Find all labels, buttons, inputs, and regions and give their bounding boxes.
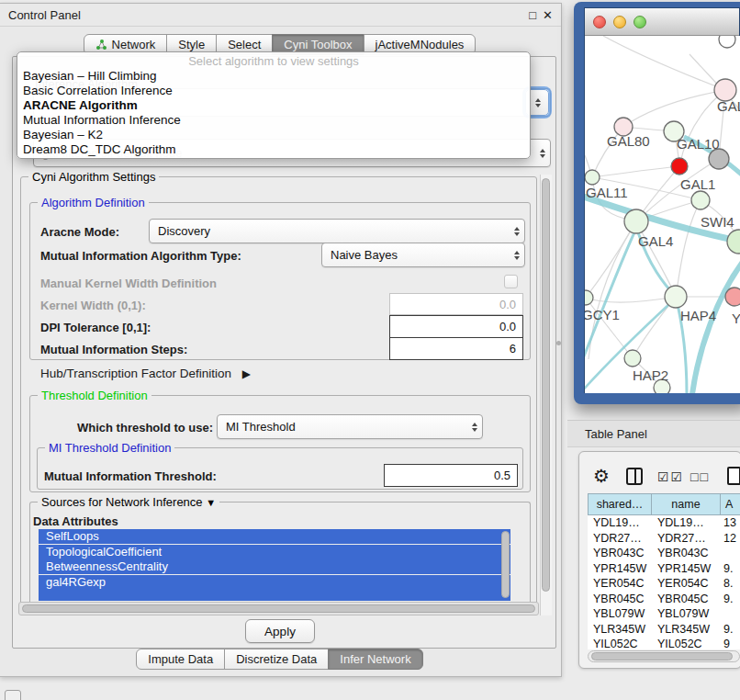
list-item[interactable]: TopologicalCoefficient: [39, 545, 510, 559]
select-all-checkboxes-icon[interactable]: ☑☑: [657, 469, 684, 484]
which-threshold-combobox[interactable]: MI Threshold: [217, 414, 483, 439]
node-gal1[interactable]: [691, 191, 710, 209]
column-header-label: shared…: [597, 498, 644, 511]
node-hap4[interactable]: [665, 286, 687, 308]
tab-impute-data-label: Impute Data: [148, 652, 213, 666]
dropdown-item[interactable]: Basic Correlation Inference: [17, 84, 530, 98]
cell: [723, 606, 740, 622]
minimized-panel-grip[interactable]: [5, 690, 21, 700]
table-row[interactable]: YLR345WYLR345W9.: [588, 622, 740, 638]
node-red[interactable]: [671, 158, 688, 175]
panel-title: Control Panel: [8, 8, 522, 22]
table-row[interactable]: YBL079WYBL079W: [588, 606, 740, 622]
mi-algorithm-type-combobox[interactable]: Naive Bayes: [321, 243, 525, 267]
mi-threshold-field[interactable]: 0.5: [384, 464, 518, 487]
tab-style-label: Style: [178, 38, 205, 51]
apply-button[interactable]: Apply: [245, 619, 315, 643]
sources-group-title[interactable]: Sources for Network Inference ▼: [38, 495, 219, 509]
tab-network-label: Network: [112, 38, 156, 51]
cell: YDR27…: [657, 531, 722, 547]
table-scrollbar-thumb[interactable]: [591, 652, 733, 660]
mi-algorithm-type-value: Naive Bayes: [331, 248, 398, 262]
deselect-all-checkboxes-icon[interactable]: □□: [690, 469, 710, 484]
aracne-mode-value: Discovery: [158, 224, 210, 238]
table-row[interactable]: YIL052CYIL052C9: [588, 637, 740, 649]
cell: YIL052C: [593, 637, 650, 649]
kernel-width-field[interactable]: 0.0: [389, 293, 523, 315]
column-header-name[interactable]: name: [651, 493, 721, 515]
tab-infer-network[interactable]: Infer Network: [328, 649, 422, 670]
column-header-label: name: [671, 498, 700, 511]
minimize-window-button[interactable]: [613, 16, 626, 28]
column-layout-icon[interactable]: [626, 468, 643, 485]
aracne-mode-combobox[interactable]: Discovery: [149, 219, 525, 243]
manual-kernel-width-label: Manual Kernel Width Definition: [40, 277, 217, 290]
dropdown-item[interactable]: Dream8 DC_TDC Algorithm: [17, 142, 530, 157]
node-gal11[interactable]: [585, 170, 600, 185]
tab-impute-data[interactable]: Impute Data: [136, 649, 225, 670]
dpi-tolerance-label: DPI Tolerance [0,1]:: [40, 321, 151, 334]
table-row[interactable]: YBR043CYBR043C: [588, 546, 740, 561]
cell: 13: [723, 515, 740, 531]
panel-splitter-handle[interactable]: [556, 341, 561, 345]
cell: 8.: [723, 576, 740, 592]
column-header-clipped[interactable]: A: [720, 493, 740, 515]
node-gray[interactable]: [709, 149, 729, 169]
table-row[interactable]: YER054CYER054C8.: [588, 576, 740, 592]
node[interactable]: [719, 36, 735, 48]
float-window-icon[interactable]: □: [529, 9, 536, 21]
node-gcy1[interactable]: [585, 290, 593, 305]
mi-threshold-value: 0.5: [494, 469, 510, 482]
table-row[interactable]: YPR145WYPR145W9.: [588, 561, 740, 577]
dropdown-item[interactable]: Bayesian – Hill Climbing: [17, 69, 530, 84]
threshold-definition-title: Threshold Definition: [38, 389, 151, 402]
column-header-shared-name[interactable]: shared…: [588, 493, 652, 515]
tab-jactivemnodules-label: jActiveMNodules: [376, 38, 465, 51]
data-attributes-label: Data Attributes: [33, 514, 118, 528]
gear-icon[interactable]: ⚙: [593, 465, 610, 487]
network-canvas[interactable]: GAL80 GAL10 GAL1 GAL11 GAL4 SWI4 GCY1 HA…: [585, 36, 740, 393]
node-label: GAL11: [586, 185, 628, 200]
node-swi4[interactable]: [727, 230, 740, 254]
cell: 12: [723, 531, 740, 547]
table-row[interactable]: YDR27…YDR27…12: [588, 531, 740, 547]
tab-discretize-data[interactable]: Discretize Data: [224, 649, 329, 670]
dropdown-item[interactable]: Bayesian – K2: [17, 128, 530, 142]
zoom-window-button[interactable]: [633, 16, 646, 28]
node-gal4[interactable]: [624, 209, 648, 233]
manual-kernel-width-checkbox[interactable]: [504, 275, 518, 288]
node-label: GAL4: [638, 233, 673, 249]
screenshot-stage: Control Panel □ ✕ Network Style Select C…: [0, 0, 740, 700]
node-hap2[interactable]: [624, 350, 641, 367]
hub-definition-label: Hub/Transcription Factor Definition: [40, 367, 231, 380]
cell: YDL19…: [593, 515, 650, 531]
horizontal-scrollbar-thumb[interactable]: [22, 604, 535, 613]
node-label: SWI4: [701, 214, 734, 230]
list-item[interactable]: gal4RGexp: [39, 575, 510, 602]
network-window-titlebar[interactable]: [585, 8, 739, 36]
list-item[interactable]: BetweennessCentrality: [39, 559, 510, 574]
node-label: HAP2: [633, 367, 668, 383]
close-panel-icon[interactable]: ✕: [543, 9, 553, 21]
close-window-button[interactable]: [593, 16, 606, 28]
node-label: GAL1: [680, 176, 715, 192]
dropdown-item-selected[interactable]: ARACNE Algorithm: [17, 98, 530, 113]
hub-definition-expander[interactable]: Hub/Transcription Factor Definition ▶: [40, 367, 251, 380]
dpi-tolerance-field[interactable]: 0.0: [389, 315, 523, 338]
table-function-icon[interactable]: [727, 467, 740, 485]
cell: YER054C: [593, 576, 650, 592]
network-view-window: GAL80 GAL10 GAL1 GAL11 GAL4 SWI4 GCY1 HA…: [574, 2, 740, 404]
list-item[interactable]: SelfLoops: [39, 529, 510, 544]
combo-arrows-icon: [472, 423, 477, 432]
table-row[interactable]: YBR045CYBR045C9.: [588, 592, 740, 607]
vertical-scrollbar-thumb[interactable]: [542, 178, 550, 592]
dropdown-item[interactable]: Mutual Information Inference: [17, 113, 530, 128]
cell: YBL079W: [657, 606, 722, 622]
table-body: YDL19…YDL19…13 YDR27…YDR27…12 YBR043CYBR…: [588, 515, 740, 649]
mi-steps-field[interactable]: 6: [389, 337, 523, 360]
list-scrollbar-thumb[interactable]: [501, 531, 510, 598]
cyni-algorithm-settings-title: Cyni Algorithm Settings: [28, 170, 159, 184]
network-graph: GAL80 GAL10 GAL1 GAL11 GAL4 SWI4 GCY1 HA…: [585, 36, 740, 393]
node-pink[interactable]: [725, 288, 740, 306]
table-row[interactable]: YDL19…YDL19…13: [588, 515, 740, 531]
